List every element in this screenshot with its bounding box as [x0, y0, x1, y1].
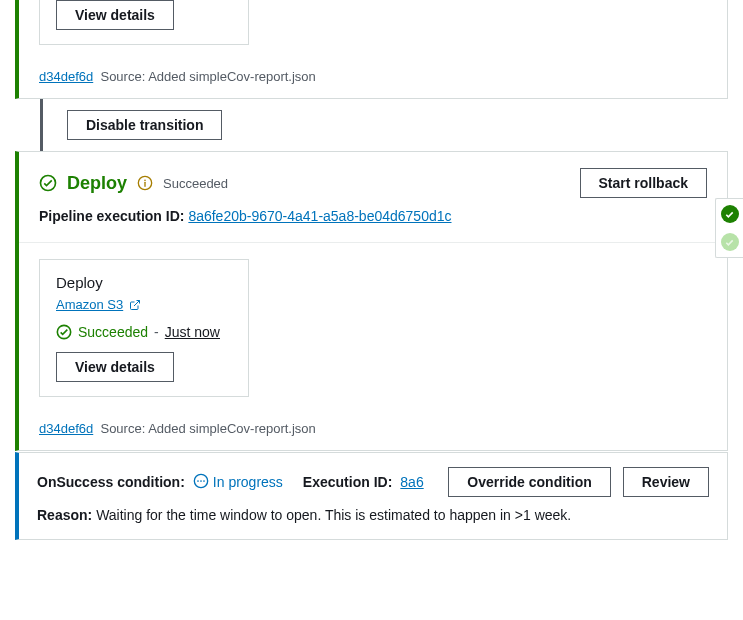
success-icon — [39, 174, 57, 192]
action-time[interactable]: Just now — [165, 324, 220, 340]
disable-transition-button[interactable]: Disable transition — [67, 110, 222, 140]
override-condition-button[interactable]: Override condition — [448, 467, 610, 497]
execution-id-row: Pipeline execution ID: 8a6fe20b-9670-4a4… — [19, 204, 727, 242]
success-icon — [56, 324, 72, 340]
commit-link[interactable]: d34def6d — [39, 69, 93, 84]
commit-row: d34def6d Source: Added simpleCov-report.… — [19, 57, 727, 84]
svg-point-9 — [203, 480, 205, 482]
commit-message: Source: Added simpleCov-report.json — [100, 69, 315, 84]
transition-line — [40, 99, 43, 151]
deploy-stage: Deploy Succeeded Start rollback Pipeline… — [15, 151, 728, 451]
view-details-button[interactable]: View details — [56, 352, 174, 382]
condition-exec-id[interactable]: 8a6 — [400, 474, 423, 490]
stage-title: Deploy — [67, 173, 127, 194]
inprogress-icon — [193, 473, 209, 492]
start-rollback-button[interactable]: Start rollback — [580, 168, 707, 198]
review-button[interactable]: Review — [623, 467, 709, 497]
info-icon[interactable] — [137, 175, 153, 191]
dash: - — [154, 324, 159, 340]
reason-text: Waiting for the time window to open. Thi… — [96, 507, 571, 523]
svg-point-8 — [200, 480, 202, 482]
stage-status-text: Succeeded — [163, 176, 228, 191]
condition-row: OnSuccess condition: In progress Executi… — [37, 467, 709, 497]
action-status: Succeeded — [78, 324, 148, 340]
status-badges — [715, 198, 743, 258]
commit-link[interactable]: d34def6d — [39, 421, 93, 436]
condition-status-text: In progress — [213, 474, 283, 490]
condition-label: OnSuccess condition: — [37, 474, 185, 490]
stage-header: Deploy Succeeded Start rollback — [19, 152, 727, 204]
action-status-line: Succeeded - Just now — [56, 324, 232, 340]
previous-stage: View details d34def6d Source: Added simp… — [15, 0, 728, 99]
transition: Disable transition — [40, 99, 743, 151]
badge-success-icon[interactable] — [721, 205, 739, 223]
provider-link[interactable]: Amazon S3 — [56, 297, 123, 312]
execution-id-link[interactable]: 8a6fe20b-9670-4a41-a5a8-be04d6750d1c — [188, 208, 451, 224]
reason-label: Reason: — [37, 507, 92, 523]
svg-point-7 — [197, 480, 199, 482]
action-title: Deploy — [56, 274, 232, 291]
condition-exec-label: Execution ID: — [303, 474, 392, 490]
execution-id-label: Pipeline execution ID: — [39, 208, 184, 224]
view-details-button[interactable]: View details — [56, 0, 174, 30]
action-card: View details — [39, 0, 249, 45]
condition-status: In progress — [193, 473, 283, 492]
reason-row: Reason: Waiting for the time window to o… — [37, 507, 709, 523]
deploy-action-card: Deploy Amazon S3 Succeeded - Just now — [39, 259, 249, 397]
svg-line-4 — [134, 300, 140, 306]
commit-message: Source: Added simpleCov-report.json — [100, 421, 315, 436]
external-link-icon — [129, 299, 141, 311]
badge-pending-icon[interactable] — [721, 233, 739, 251]
commit-row: d34def6d Source: Added simpleCov-report.… — [19, 409, 727, 436]
onsuccess-condition: OnSuccess condition: In progress Executi… — [15, 452, 728, 540]
